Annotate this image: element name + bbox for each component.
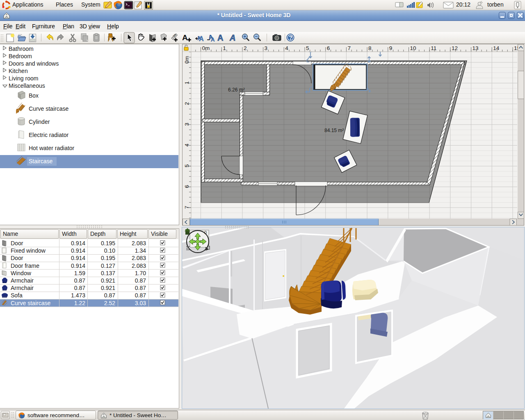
svg-text:A: A — [199, 35, 204, 42]
svg-text:4: 4 — [184, 143, 190, 146]
svg-text:3: 3 — [265, 45, 268, 51]
svg-text:A: A — [217, 33, 223, 42]
svg-text:14: 14 — [493, 45, 500, 51]
svg-text:5: 5 — [306, 45, 309, 51]
svg-text:?: ? — [289, 34, 292, 41]
svg-text:A: A — [182, 33, 188, 42]
svg-text:2: 2 — [184, 102, 190, 105]
svg-text:5: 5 — [184, 164, 190, 167]
svg-text:6: 6 — [184, 185, 190, 188]
svg-text:8: 8 — [368, 45, 372, 51]
svg-text:6.26 m²: 6.26 m² — [228, 87, 245, 93]
svg-text:6: 6 — [327, 45, 330, 51]
svg-text:7: 7 — [347, 45, 351, 51]
svg-text:1: 1 — [184, 81, 190, 84]
svg-text:1: 1 — [223, 45, 226, 51]
svg-text:9: 9 — [389, 45, 393, 51]
svg-text:0m: 0m — [184, 56, 190, 64]
svg-text:11: 11 — [431, 45, 436, 51]
svg-text:10: 10 — [410, 45, 416, 51]
svg-text:7: 7 — [184, 206, 190, 209]
svg-text:2: 2 — [244, 45, 247, 51]
svg-text:A: A — [211, 37, 215, 43]
svg-text:A: A — [229, 33, 235, 42]
svg-text:4: 4 — [285, 45, 288, 51]
svg-text:0m: 0m — [202, 45, 210, 51]
svg-text:13: 13 — [472, 45, 479, 51]
svg-text:3: 3 — [184, 123, 190, 126]
svg-text:12: 12 — [452, 45, 458, 51]
svg-text:84.15 m²: 84.15 m² — [324, 128, 344, 133]
